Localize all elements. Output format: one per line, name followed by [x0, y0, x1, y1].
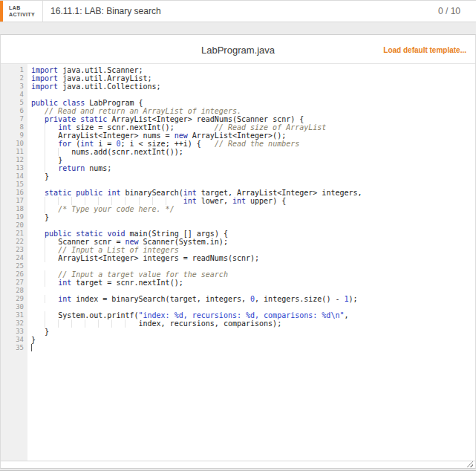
code-line[interactable]: public static void main(String [] args) …: [31, 230, 475, 238]
page-gap: [0, 22, 476, 34]
line-number: 33: [1, 328, 24, 336]
activity-title: 16.11.1: LAB: Binary search: [50, 6, 438, 16]
code-line[interactable]: Scanner scnr = new Scanner(System.in);: [31, 238, 475, 246]
line-number: 31: [1, 311, 24, 319]
line-number: 6: [1, 107, 24, 115]
line-number: 23: [1, 246, 24, 254]
line-number: 32: [1, 319, 24, 328]
line-number: 20: [1, 221, 24, 230]
code-line[interactable]: int index = binarySearch(target, integer…: [31, 295, 475, 303]
resize-handle-icon[interactable]: [466, 460, 473, 467]
line-number: 15: [1, 181, 24, 189]
code-editor-card: LabProgram.java Load default template...…: [0, 34, 476, 469]
line-number: 8: [1, 123, 24, 131]
code-line[interactable]: [31, 262, 475, 270]
divider: [42, 1, 43, 22]
load-default-template-link[interactable]: Load default template...: [383, 46, 466, 54]
code-line[interactable]: [31, 181, 475, 189]
line-number: 17: [1, 197, 24, 205]
code-line[interactable]: nums.add(scnr.nextInt());: [31, 148, 475, 156]
code-line[interactable]: static public int binarySearch(int targe…: [31, 189, 475, 197]
text-cursor: [31, 344, 32, 351]
line-number: 21: [1, 230, 24, 238]
code-line[interactable]: int size = scnr.nextInt(); // Read size …: [31, 123, 475, 131]
line-number: 13: [1, 164, 24, 172]
code-line[interactable]: [31, 221, 475, 230]
code-line[interactable]: index, recursions, comparisons);: [31, 319, 475, 328]
line-number: 18: [1, 205, 24, 213]
code-line[interactable]: }: [31, 213, 475, 221]
line-number: 11: [1, 148, 24, 156]
line-number: 35: [1, 344, 24, 352]
code-line[interactable]: [31, 344, 475, 352]
code-line[interactable]: }: [31, 328, 475, 336]
code-editor[interactable]: 1234567891011121314151617181920212223242…: [1, 63, 475, 461]
code-line[interactable]: // Input a List of integers: [31, 246, 475, 254]
code-line[interactable]: System.out.printf("index: %d, recursions…: [31, 311, 475, 319]
line-number: 12: [1, 156, 24, 164]
code-line[interactable]: ArrayList<Integer> nums = new ArrayList<…: [31, 131, 475, 140]
kicker-line-1: LAB: [9, 4, 35, 11]
line-number: 30: [1, 303, 24, 311]
line-number: 14: [1, 172, 24, 181]
line-number: 5: [1, 99, 24, 107]
code-line[interactable]: import java.util.Scanner;: [31, 66, 475, 74]
line-number: 26: [1, 270, 24, 279]
line-number: 2: [1, 74, 24, 82]
code-line[interactable]: // Input a target value for the search: [31, 270, 475, 279]
line-number: 22: [1, 238, 24, 246]
editor-header: LabProgram.java Load default template...: [1, 35, 475, 63]
line-number: 1: [1, 66, 24, 74]
code-line[interactable]: [31, 91, 475, 99]
line-number: 4: [1, 91, 24, 99]
code-line[interactable]: int lower, int upper) {: [31, 197, 475, 205]
lab-activity-kicker: LAB ACTIVITY: [3, 4, 42, 18]
code-line[interactable]: import java.util.Collections;: [31, 82, 475, 91]
code-line[interactable]: for (int i = 0; i < size; ++i) { // Read…: [31, 140, 475, 148]
code-line[interactable]: public class LabProgram {: [31, 99, 475, 107]
line-number: 7: [1, 115, 24, 123]
line-number: 25: [1, 262, 24, 270]
kicker-line-2: ACTIVITY: [9, 11, 35, 18]
code-line[interactable]: import java.util.ArrayList;: [31, 74, 475, 82]
code-line[interactable]: }: [31, 336, 475, 344]
code-line[interactable]: [31, 287, 475, 295]
code-pane[interactable]: import java.util.Scanner;import java.uti…: [27, 64, 475, 461]
code-line[interactable]: ArrayList<Integer> integers = readNums(s…: [31, 254, 475, 262]
code-line[interactable]: }: [31, 172, 475, 181]
activity-score: 0 / 10: [438, 6, 476, 16]
code-line[interactable]: // Read and return an ArrayList of integ…: [31, 107, 475, 115]
code-line[interactable]: }: [31, 156, 475, 164]
line-number: 34: [1, 336, 24, 344]
editor-footer: [1, 461, 475, 468]
code-line[interactable]: private static ArrayList<Integer> readNu…: [31, 115, 475, 123]
code-line[interactable]: [31, 303, 475, 311]
code-line[interactable]: int target = scnr.nextInt();: [31, 279, 475, 287]
line-number: 3: [1, 82, 24, 91]
line-number-gutter: 1234567891011121314151617181920212223242…: [1, 64, 27, 461]
line-number: 10: [1, 140, 24, 148]
lab-activity-bar: LAB ACTIVITY 16.11.1: LAB: Binary search…: [0, 0, 476, 22]
line-number: 29: [1, 295, 24, 303]
line-number: 28: [1, 287, 24, 295]
code-line[interactable]: /* Type your code here. */: [31, 205, 475, 213]
line-number: 9: [1, 131, 24, 140]
line-number: 16: [1, 189, 24, 197]
line-number: 24: [1, 254, 24, 262]
zybooks-lab-page: LAB ACTIVITY 16.11.1: LAB: Binary search…: [0, 0, 476, 471]
line-number: 19: [1, 213, 24, 221]
line-number: 27: [1, 279, 24, 287]
code-line[interactable]: return nums;: [31, 164, 475, 172]
